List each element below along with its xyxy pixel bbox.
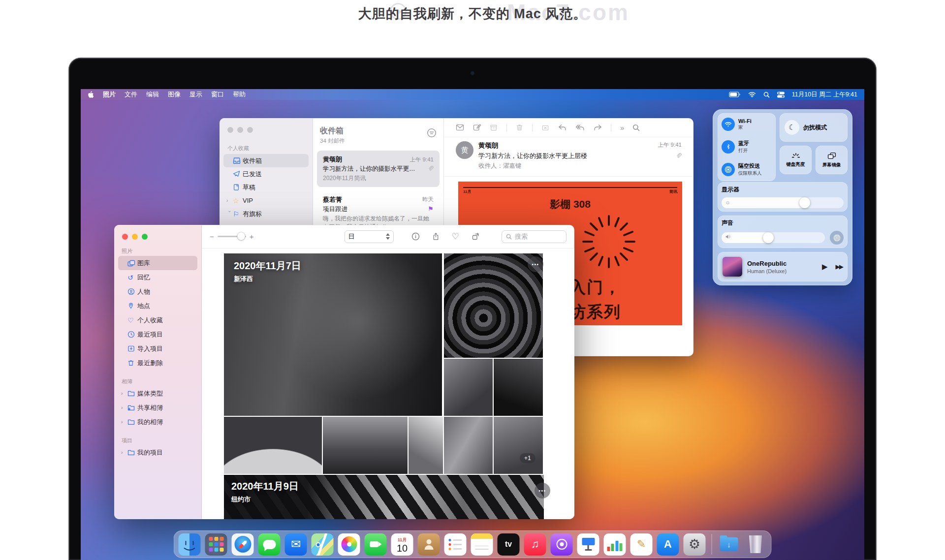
menu-view[interactable]: 显示 (189, 90, 202, 99)
minimize-button[interactable] (237, 127, 243, 133)
search-field[interactable]: 搜索 (502, 230, 567, 243)
rotate-icon[interactable] (472, 233, 479, 241)
get-mail-icon[interactable] (456, 124, 464, 131)
sidebar-item-library[interactable]: 图库 (118, 256, 197, 270)
menu-file[interactable]: 文件 (125, 90, 137, 99)
filter-icon[interactable] (427, 128, 437, 138)
junk-icon[interactable] (541, 124, 549, 131)
dock-maps-icon[interactable] (312, 533, 334, 556)
chevron-right-icon[interactable]: › (121, 450, 127, 455)
dock-downloads-icon[interactable]: ↓ (718, 533, 740, 556)
more-toolbar-icon[interactable]: » (620, 124, 624, 132)
photo-thumbnail[interactable] (444, 359, 493, 416)
overflow-count-badge[interactable]: +1 (520, 453, 536, 463)
share-icon[interactable] (432, 232, 440, 241)
dock-finder-icon[interactable] (179, 533, 201, 556)
battery-icon[interactable] (729, 92, 741, 97)
bluetooth-toggle[interactable]: 蓝牙打开 (718, 140, 776, 154)
dock-system-preferences-icon[interactable]: ⚙ (684, 533, 706, 556)
photo-thumbnail[interactable] (409, 417, 443, 474)
photo-thumbnail[interactable] (323, 417, 408, 474)
dock-safari-icon[interactable] (232, 533, 254, 556)
sidebar-item-my-albums[interactable]: › 我的相簿 (118, 415, 197, 429)
photo-thumbnail[interactable] (494, 417, 543, 474)
dock-pages-icon[interactable]: ✎ (630, 533, 653, 556)
volume-slider[interactable] (722, 232, 825, 243)
zoom-button[interactable] (247, 127, 253, 133)
favorite-icon[interactable]: ♡ (452, 232, 459, 241)
dock-notes-icon[interactable] (471, 533, 493, 556)
do-not-disturb-toggle[interactable]: ☾ 勿扰模式 (780, 113, 848, 142)
chevron-right-icon[interactable]: › (121, 419, 127, 425)
dock-podcasts-icon[interactable] (551, 533, 573, 556)
dock-reminders-icon[interactable] (444, 533, 467, 556)
airplay-audio-button[interactable] (830, 231, 844, 245)
menu-image[interactable]: 图像 (168, 90, 181, 99)
more-options-button[interactable]: ••• (535, 483, 550, 498)
compose-icon[interactable] (473, 124, 481, 131)
sidebar-item-memories[interactable]: ↺ 回忆 (118, 270, 197, 284)
dock-photos-icon[interactable] (338, 533, 360, 556)
screen-mirroring-button[interactable]: 屏幕镜像 (816, 146, 848, 174)
reply-all-icon[interactable] (575, 124, 585, 131)
sidebar-item-recents[interactable]: 最近项目 (118, 327, 197, 342)
play-button[interactable]: ▶ (822, 262, 828, 271)
menu-bar-clock[interactable]: 11月10日 周二 上午9:41 (792, 91, 857, 99)
close-button[interactable] (122, 234, 128, 240)
slider-knob[interactable] (237, 232, 245, 240)
close-button[interactable] (227, 127, 233, 133)
reply-icon[interactable] (558, 124, 567, 131)
sidebar-item-people[interactable]: 人物 (118, 284, 197, 299)
more-options-button[interactable]: ••• (528, 256, 543, 272)
apple-menu-icon[interactable] (88, 91, 94, 98)
wifi-toggle[interactable]: Wi-Fi家 (718, 118, 776, 131)
minimize-button[interactable] (132, 234, 138, 240)
dock-facetime-icon[interactable] (365, 533, 387, 556)
photo-thumbnail[interactable] (444, 253, 543, 358)
dock-calendar-icon[interactable]: 11月 10 (391, 533, 413, 556)
view-mode-select[interactable]: 日 (345, 230, 394, 243)
sidebar-item-media-types[interactable]: › 媒体类型 (118, 386, 197, 401)
archive-icon[interactable] (490, 124, 498, 131)
spotlight-search-icon[interactable] (763, 92, 770, 98)
chevron-right-icon[interactable]: › (121, 405, 127, 410)
airdrop-toggle[interactable]: 隔空投送仅限联系人 (718, 162, 776, 177)
dock-numbers-icon[interactable] (604, 533, 626, 556)
dock-mail-icon[interactable]: ✉ (285, 533, 307, 556)
search-icon[interactable] (632, 124, 640, 131)
photo-thumbnail[interactable] (494, 359, 543, 416)
sidebar-item-flagged[interactable]: › ⚐ 有旗标 (223, 207, 309, 220)
chevron-right-icon[interactable]: › (226, 198, 233, 203)
email-list-item[interactable]: 黄颂朗 上午 9:41 学习新方法，让你的摄影水平更… 2020年11月简讯 (317, 151, 440, 187)
zoom-out-button[interactable]: − (210, 232, 214, 241)
sidebar-item-places[interactable]: 地点 (118, 299, 197, 313)
chevron-down-icon[interactable]: › (227, 211, 232, 217)
sidebar-item-imports[interactable]: 导入项目 (118, 342, 197, 356)
control-center-icon[interactable] (777, 92, 785, 98)
sidebar-item-sent[interactable]: 已发送 (223, 167, 309, 181)
dock-music-icon[interactable]: ♫ (524, 533, 546, 556)
sidebar-item-recently-deleted[interactable]: 最近删除 (118, 356, 197, 370)
forward-icon[interactable] (594, 124, 602, 131)
dock-keynote-icon[interactable] (577, 533, 599, 556)
zoom-button[interactable] (142, 234, 148, 240)
dock-trash-icon[interactable] (745, 533, 767, 556)
next-track-button[interactable]: ▶▶ (836, 263, 843, 270)
thumbnail-size-slider[interactable] (218, 236, 246, 237)
sidebar-item-drafts[interactable]: 草稿 (223, 181, 309, 194)
sidebar-item-inbox[interactable]: 收件箱 (223, 154, 309, 167)
menu-photos[interactable]: 照片 (103, 90, 116, 99)
dock-contacts-icon[interactable] (418, 533, 440, 556)
photo-thumbnail[interactable] (444, 417, 493, 474)
dock-launchpad-icon[interactable] (205, 533, 227, 556)
dock-messages-icon[interactable] (258, 533, 281, 556)
trash-icon[interactable] (516, 124, 523, 131)
brightness-slider[interactable]: ☼ (722, 197, 844, 208)
menu-edit[interactable]: 编辑 (146, 90, 159, 99)
zoom-in-button[interactable]: + (250, 232, 254, 241)
keyboard-brightness-button[interactable]: 键盘亮度 (780, 146, 812, 174)
menu-window[interactable]: 窗口 (211, 90, 224, 99)
chevron-right-icon[interactable]: › (121, 391, 127, 396)
wifi-icon[interactable] (748, 92, 756, 97)
sidebar-item-shared-albums[interactable]: › 共享相簿 (118, 401, 197, 415)
